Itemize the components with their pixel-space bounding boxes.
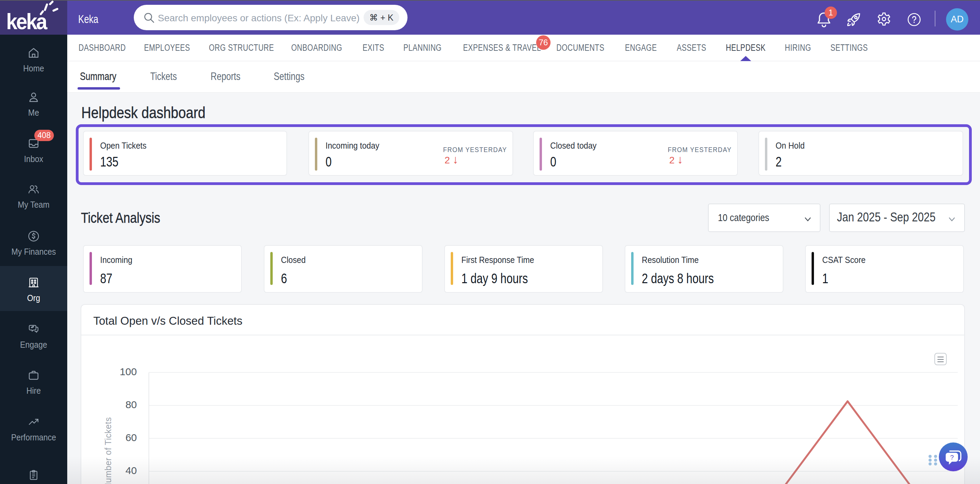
svg-text:?: ? bbox=[950, 454, 954, 461]
